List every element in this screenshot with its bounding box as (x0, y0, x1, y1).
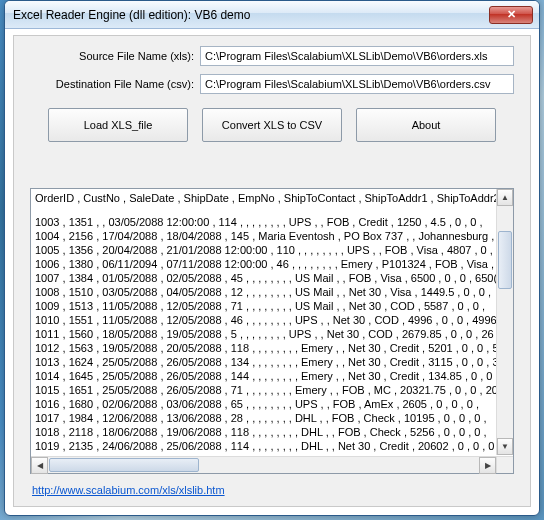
source-label: Source File Name (xls): (30, 50, 200, 62)
dest-row: Destination File Name (csv): (30, 74, 514, 94)
list-row[interactable]: 1015 , 1651 , 25/05/2088 , 26/05/2088 , … (35, 383, 511, 397)
window-title: Excel Reader Engine (dll edition): VB6 d… (13, 8, 489, 22)
load-xls-button[interactable]: Load XLS_file (48, 108, 188, 142)
close-icon: ✕ (507, 8, 516, 21)
list-row[interactable]: 1010 , 1551 , 11/05/2088 , 12/05/2088 , … (35, 313, 511, 327)
horizontal-scrollbar[interactable]: ◀ ▶ (31, 456, 496, 473)
vertical-scroll-thumb[interactable] (498, 231, 512, 289)
client-area: Source File Name (xls): Destination File… (13, 35, 531, 507)
horizontal-scroll-thumb[interactable] (49, 458, 199, 472)
list-row[interactable]: 1016 , 1680 , 02/06/2088 , 03/06/2088 , … (35, 397, 511, 411)
list-row[interactable]: 1013 , 1624 , 25/05/2088 , 26/05/2088 , … (35, 355, 511, 369)
close-button[interactable]: ✕ (489, 6, 533, 24)
dest-file-input[interactable] (200, 74, 514, 94)
list-row[interactable]: 1012 , 1563 , 19/05/2088 , 20/05/2088 , … (35, 341, 511, 355)
scroll-up-icon[interactable]: ▲ (497, 189, 513, 206)
list-row[interactable]: 1004 , 2156 , 17/04/2088 , 18/04/2088 , … (35, 229, 511, 243)
footer-link[interactable]: http://www.scalabium.com/xls/xlslib.htm (32, 484, 225, 496)
list-row[interactable]: 1006 , 1380 , 06/11/2094 , 07/11/2088 12… (35, 257, 511, 271)
list-row[interactable]: 1003 , 1351 , , 03/05/2088 12:00:00 , 11… (35, 215, 511, 229)
about-button[interactable]: About (356, 108, 496, 142)
list-content: OrderID , CustNo , SaleDate , ShipDate ,… (31, 189, 513, 473)
list-row[interactable]: 1008 , 1510 , 03/05/2088 , 04/05/2088 , … (35, 285, 511, 299)
scroll-down-icon[interactable]: ▼ (497, 438, 513, 455)
data-listbox[interactable]: OrderID , CustNo , SaleDate , ShipDate ,… (30, 188, 514, 474)
list-header: OrderID , CustNo , SaleDate , ShipDate ,… (35, 191, 511, 205)
vertical-scrollbar[interactable]: ▲ ▼ (496, 189, 513, 455)
titlebar[interactable]: Excel Reader Engine (dll edition): VB6 d… (5, 1, 539, 29)
list-row[interactable]: 1017 , 1984 , 12/06/2088 , 13/06/2088 , … (35, 411, 511, 425)
dest-label: Destination File Name (csv): (30, 78, 200, 90)
app-window: Excel Reader Engine (dll edition): VB6 d… (4, 0, 540, 516)
list-row[interactable]: 1005 , 1356 , 20/04/2088 , 21/01/2088 12… (35, 243, 511, 257)
list-row[interactable]: 1019 , 2135 , 24/06/2088 , 25/06/2088 , … (35, 439, 511, 453)
list-row[interactable]: 1018 , 2118 , 18/06/2088 , 19/06/2088 , … (35, 425, 511, 439)
convert-csv-button[interactable]: Convert XLS to CSV (202, 108, 342, 142)
button-row: Load XLS_file Convert XLS to CSV About (30, 108, 514, 142)
source-row: Source File Name (xls): (30, 46, 514, 66)
list-row[interactable]: 1011 , 1560 , 18/05/2088 , 19/05/2088 , … (35, 327, 511, 341)
scroll-left-icon[interactable]: ◀ (31, 457, 48, 474)
list-row[interactable]: 1009 , 1513 , 11/05/2088 , 12/05/2088 , … (35, 299, 511, 313)
list-row[interactable]: 1014 , 1645 , 25/05/2088 , 26/05/2088 , … (35, 369, 511, 383)
form-area: Source File Name (xls): Destination File… (14, 36, 530, 156)
scroll-corner (496, 456, 513, 473)
scroll-right-icon[interactable]: ▶ (479, 457, 496, 474)
list-row[interactable]: 1007 , 1384 , 01/05/2088 , 02/05/2088 , … (35, 271, 511, 285)
source-file-input[interactable] (200, 46, 514, 66)
